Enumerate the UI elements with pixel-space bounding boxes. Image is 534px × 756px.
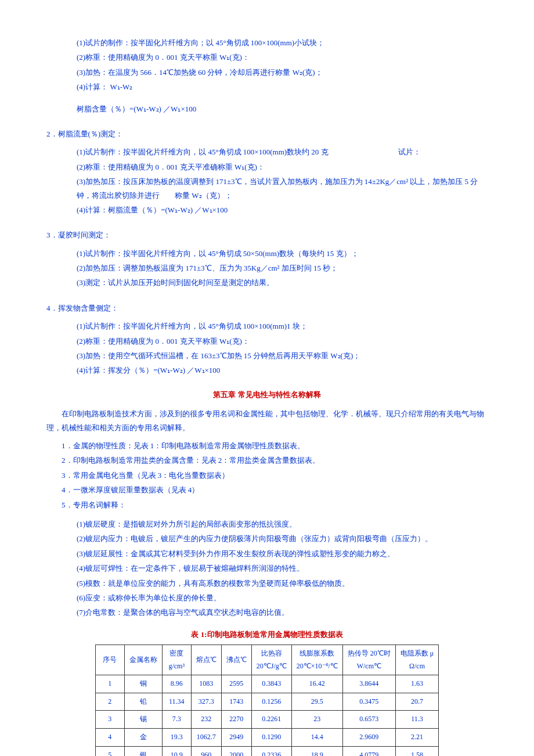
- s3-item-3: (3)测定：试片从加压开始时间到固化时间至是测定的结果。: [77, 276, 488, 289]
- section-3-items: (1)试片制作：按半固化片纤维方向，以 45°角切成 50×50(mm)数块（每…: [46, 247, 488, 290]
- table-header-cell: 比热容20℃J/g℃: [251, 645, 291, 675]
- table-1-cell: 29.5: [291, 693, 342, 711]
- table-1-cell: 1.63: [395, 675, 438, 693]
- s4-item-2: (2)称重：使用精确度为 0．001 克天平称重 W₁(克)：: [77, 334, 488, 348]
- table-1-cell: 2: [95, 693, 124, 711]
- table-1-cell: 2949: [221, 729, 251, 747]
- table-1-cell: 232: [191, 711, 221, 729]
- s1-item-4: (4)计算： W₁-W₂: [77, 80, 488, 93]
- table-header-cell: 热传导 20℃时W/cm℃: [342, 645, 395, 675]
- table-1-cell: 327.3: [191, 693, 221, 711]
- s4-item-3: (3)加热：使用空气循环式恒温槽，在 163±3℃加热 15 分钟然后再用天平称…: [77, 349, 488, 362]
- table-1-cell: 2270: [221, 711, 251, 729]
- table-1-cell: 19.3: [162, 729, 191, 747]
- table-1-row: 1铜8.96108325950.384316.423.86441.63: [95, 675, 439, 693]
- table-1-cell: 2.9609: [342, 729, 395, 747]
- table-1-cell: 4.0779: [342, 746, 395, 756]
- section-4-title: 4．挥发物含量侧定：: [46, 301, 488, 315]
- table-1-cell: 20.7: [395, 693, 438, 711]
- s2-item-1b: 试片：: [398, 145, 421, 159]
- s1-item-2: (2)称重：使用精确度为 0．001 克天平称重 W₁(克)：: [77, 51, 488, 64]
- table-1-cell: 960: [191, 746, 221, 756]
- table-1-cell: 11.34: [162, 693, 191, 711]
- section-3-title: 3．凝胶时间测定：: [46, 228, 488, 242]
- table-1-header-row: 序号金属名称密度g/cm³熔点℃沸点℃比热容20℃J/g℃线膨胀系数20℃×10…: [95, 645, 439, 675]
- ch5-def-4: (4)镀层可焊性：在一定条件下，镀层易于被熔融焊料所润湿的特性。: [77, 561, 488, 575]
- table-1-cell: 11.3: [395, 711, 438, 729]
- table-1-cell: 0.3475: [342, 693, 395, 711]
- table-1-cell: 铜: [124, 675, 162, 693]
- table-1-body: 1铜8.96108325950.384316.423.86441.632铅11.…: [95, 675, 439, 756]
- table-1-row: 2铅11.34327.317430.125629.50.347520.7: [95, 693, 439, 711]
- section-1-items: (1)试片的制作：按半固化片纤维方向；以 45°角切成 100×100(mm)小…: [46, 36, 488, 116]
- table-1-cell: 1083: [191, 675, 221, 693]
- table-1-cell: 2000: [221, 746, 251, 756]
- table-1-cell: 3: [95, 711, 124, 729]
- s2-item-1: (1)试片制作：按半固化片纤维方向，以 45°角切成 100×100(mm)数块…: [77, 145, 488, 159]
- table-1-title: 表 1:印制电路板制造常用金属物理性质数据表: [46, 628, 488, 641]
- ch5-def-3: (3)镀层延展性：金属或其它材料受到外力作用不发生裂纹所表现的弹性或塑性形变的能…: [77, 547, 488, 560]
- ch5-list-5: 5．专用名词解释：: [62, 498, 488, 512]
- s4-item-1: (1)试片制作：按半固化片纤维方向，以 45°角切成 100×100(mm)1 …: [77, 319, 488, 333]
- ch5-list-2: 2．印制电路板制造常用盐类的金属含量：见表 2：常用盐类金属含量数据表。: [62, 453, 488, 467]
- ch5-def-6: (6)应变：或称伸长率为单位长度的伸长量。: [77, 591, 488, 604]
- s2-item-4: (4)计算：树脂流量（％）=(W₁-W₂) ／W₁×100: [77, 203, 488, 217]
- section-2-title: 2．树脂流量(％)测定：: [46, 127, 488, 141]
- ch5-list-4: 4．一微米厚度镀层重量数据表（见表 4）: [62, 483, 488, 496]
- table-1-cell: 0.2336: [251, 746, 291, 756]
- table-1-cell: 1.58: [395, 746, 438, 756]
- ch5-def-1: (1)镀层硬度：是指镀层对外力所引起的局部表面变形的抵抗强度。: [77, 517, 488, 531]
- ch5-def-5: (5)模数：就是单位应变的能力，具有高系数的模数常为坚硬而延伸率极低的物质。: [77, 577, 488, 590]
- table-1-cell: 金: [124, 729, 162, 747]
- table-1-cell: 2595: [221, 675, 251, 693]
- s3-item-1: (1)试片制作：按半固化片纤维方向，以 45°角切成 50×50(mm)数块（每…: [77, 247, 488, 260]
- s1-item-3: (3)加热：在温度为 566．14℃加热烧 60 分钟，冷却后再进行称量 W₂(…: [77, 66, 488, 79]
- s4-item-4: (4)计算：挥发分（％）=(W₁-W₂) ／W₁×100: [77, 363, 488, 377]
- s1-item-1: (1)试片的制作：按半固化片纤维方向；以 45°角切成 100×100(mm)小…: [77, 36, 488, 49]
- table-1-row: 3锡7.323222700.2261230.657311.3: [95, 711, 439, 729]
- s1-formula: 树脂含量（％）=(W₁-W₂) ／W₁×100: [77, 102, 488, 116]
- table-header-cell: 金属名称: [124, 645, 162, 675]
- table-1-row: 5银10.996020000.233618.94.07791.58: [95, 746, 439, 756]
- table-1-cell: 16.42: [291, 675, 342, 693]
- table-header-cell: 熔点℃: [191, 645, 221, 675]
- table-1-cell: 4: [95, 729, 124, 747]
- table-1-cell: 1062.7: [191, 729, 221, 747]
- table-1-cell: 银: [124, 746, 162, 756]
- table-1-row: 4金19.31062.729490.129014.42.96092.21: [95, 729, 439, 747]
- table-1-cell: 2.21: [395, 729, 438, 747]
- table-1-cell: 8.96: [162, 675, 191, 693]
- table-1-cell: 1: [95, 675, 124, 693]
- table-header-cell: 线膨胀系数20℃×10⁻⁶/℃: [291, 645, 342, 675]
- table-header-cell: 沸点℃: [221, 645, 251, 675]
- table-1-cell: 14.4: [291, 729, 342, 747]
- section-4-items: (1)试片制作：按半固化片纤维方向，以 45°角切成 100×100(mm)1 …: [46, 319, 488, 377]
- ch5-def-7: (7)介电常数：是聚合体的电容与空气或真空状态时电容的比值。: [77, 606, 488, 619]
- table-1-cell: 23: [291, 711, 342, 729]
- s2-item-1a: (1)试片制作：按半固化片纤维方向，以 45°角切成 100×100(mm)数块…: [77, 147, 329, 156]
- table-1-cell: 0.2261: [251, 711, 291, 729]
- table-1-cell: 0.3843: [251, 675, 291, 693]
- table-1-cell: 锡: [124, 711, 162, 729]
- table-1-cell: 0.6573: [342, 711, 395, 729]
- table-1-cell: 7.3: [162, 711, 191, 729]
- table-1-cell: 10.9: [162, 746, 191, 756]
- table-1-cell: 1743: [221, 693, 251, 711]
- s2-item-3: (3)加热加压：按压床加热板的温度调整到 171±3℃，当试片置入加热板内，施加…: [77, 175, 488, 202]
- ch5-def-2: (2)镀层内应力：电镀后，镀层产生的内应力使阴极薄片向阳极弯曲（张应力）或背向阳…: [77, 532, 488, 545]
- ch5-list-1: 1．金属的物理性质：见表 1：印制电路板制造常用金属物理性质数据表。: [62, 439, 488, 452]
- ch5-list-3: 3．常用金属电化当量（见表 3：电化当量数据表）: [62, 469, 488, 482]
- table-1-cell: 18.9: [291, 746, 342, 756]
- table-1-cell: 5: [95, 746, 124, 756]
- s3-item-2: (2)加热加压：调整加热板温度为 171±3℃、压力为 35Kg／cm² 加压时…: [77, 261, 488, 275]
- table-header-cell: 密度g/cm³: [162, 645, 191, 675]
- chapter-5-title: 第五章 常见电性与特性名称解释: [46, 388, 488, 401]
- chapter-5-intro: 在印制电路板制造技术方面，涉及到的很多专用名词和金属性能，其中包括物理、化学．机…: [46, 407, 488, 434]
- section-2-items: (1)试片制作：按半固化片纤维方向，以 45°角切成 100×100(mm)数块…: [46, 145, 488, 217]
- ch5-definitions: (1)镀层硬度：是指镀层对外力所引起的局部表面变形的抵抗强度。 (2)镀层内应力…: [46, 517, 488, 620]
- table-1-cell: 铅: [124, 693, 162, 711]
- table-header-cell: 序号: [95, 645, 124, 675]
- table-1-cell: 0.1256: [251, 693, 291, 711]
- s2-item-2: (2)称重：使用精确度为 0．001 克天平准确称重 W₁(克)：: [77, 160, 488, 174]
- table-1-cell: 3.8644: [342, 675, 395, 693]
